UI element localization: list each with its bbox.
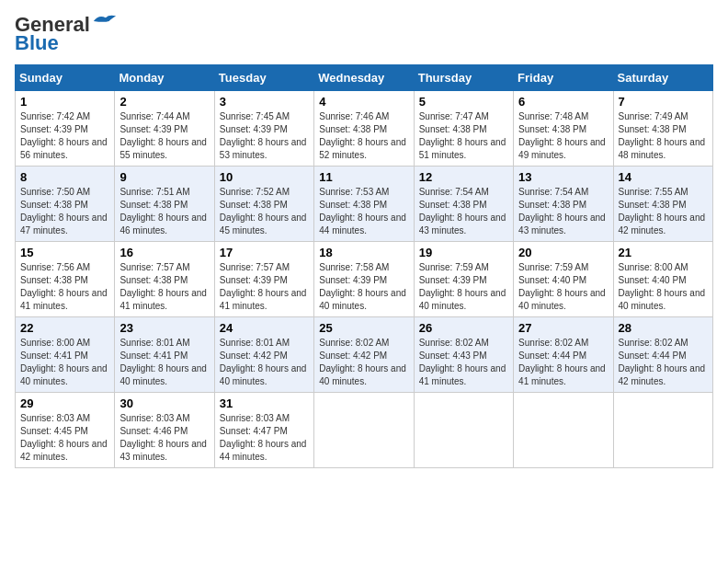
logo-text-blue: Blue xyxy=(15,31,59,55)
day-number: 18 xyxy=(319,246,408,259)
calendar-cell: 4 Sunrise: 7:46 AM Sunset: 4:38 PM Dayli… xyxy=(314,91,414,167)
day-number: 27 xyxy=(518,321,608,335)
calendar-cell: 13 Sunrise: 7:54 AM Sunset: 4:38 PM Dayl… xyxy=(514,167,613,242)
day-info: Sunrise: 7:42 AM Sunset: 4:39 PM Dayligh… xyxy=(20,110,109,162)
day-info: Sunrise: 7:47 AM Sunset: 4:38 PM Dayligh… xyxy=(419,110,508,162)
calendar-table: SundayMondayTuesdayWednesdayThursdayFrid… xyxy=(15,64,713,468)
day-info: Sunrise: 7:56 AM Sunset: 4:38 PM Dayligh… xyxy=(20,261,109,313)
calendar-body: 1 Sunrise: 7:42 AM Sunset: 4:39 PM Dayli… xyxy=(16,91,713,468)
calendar-cell: 30 Sunrise: 8:03 AM Sunset: 4:46 PM Dayl… xyxy=(115,393,214,468)
calendar-cell: 12 Sunrise: 7:54 AM Sunset: 4:38 PM Dayl… xyxy=(414,167,513,242)
day-number: 24 xyxy=(220,321,309,335)
calendar-cell: 7 Sunrise: 7:49 AM Sunset: 4:38 PM Dayli… xyxy=(613,91,712,167)
calendar-cell: 17 Sunrise: 7:57 AM Sunset: 4:39 PM Dayl… xyxy=(214,242,313,317)
day-number: 9 xyxy=(119,170,209,184)
day-number: 5 xyxy=(419,95,508,109)
day-info: Sunrise: 8:03 AM Sunset: 4:45 PM Dayligh… xyxy=(20,412,109,464)
calendar-cell: 20 Sunrise: 7:59 AM Sunset: 4:40 PM Dayl… xyxy=(514,242,613,317)
day-number: 26 xyxy=(419,321,508,335)
day-number: 8 xyxy=(20,170,109,184)
day-number: 3 xyxy=(220,95,309,109)
logo: General Blue xyxy=(15,15,118,55)
weekday-wednesday: Wednesday xyxy=(314,65,414,91)
calendar-cell: 26 Sunrise: 8:02 AM Sunset: 4:43 PM Dayl… xyxy=(414,317,513,393)
day-number: 13 xyxy=(518,170,608,184)
day-info: Sunrise: 8:00 AM Sunset: 4:41 PM Dayligh… xyxy=(20,337,109,388)
calendar-cell: 5 Sunrise: 7:47 AM Sunset: 4:38 PM Dayli… xyxy=(414,91,513,167)
day-info: Sunrise: 7:50 AM Sunset: 4:38 PM Dayligh… xyxy=(20,186,109,237)
calendar-cell: 28 Sunrise: 8:02 AM Sunset: 4:44 PM Dayl… xyxy=(613,317,712,393)
day-number: 19 xyxy=(419,246,508,259)
calendar-cell: 9 Sunrise: 7:51 AM Sunset: 4:38 PM Dayli… xyxy=(115,167,214,242)
day-number: 15 xyxy=(20,246,109,259)
calendar-week-1: 1 Sunrise: 7:42 AM Sunset: 4:39 PM Dayli… xyxy=(16,91,713,167)
day-number: 14 xyxy=(619,170,708,184)
calendar-cell: 11 Sunrise: 7:53 AM Sunset: 4:38 PM Dayl… xyxy=(314,167,414,242)
calendar-cell: 1 Sunrise: 7:42 AM Sunset: 4:39 PM Dayli… xyxy=(16,91,115,167)
calendar-cell: 19 Sunrise: 7:59 AM Sunset: 4:39 PM Dayl… xyxy=(414,242,513,317)
calendar-cell: 21 Sunrise: 8:00 AM Sunset: 4:40 PM Dayl… xyxy=(613,242,712,317)
calendar-cell: 8 Sunrise: 7:50 AM Sunset: 4:38 PM Dayli… xyxy=(16,167,115,242)
day-number: 10 xyxy=(220,170,309,184)
calendar-cell: 6 Sunrise: 7:48 AM Sunset: 4:38 PM Dayli… xyxy=(514,91,613,167)
day-info: Sunrise: 8:03 AM Sunset: 4:47 PM Dayligh… xyxy=(220,412,309,464)
day-info: Sunrise: 7:59 AM Sunset: 4:40 PM Dayligh… xyxy=(518,261,608,313)
day-number: 28 xyxy=(619,321,708,335)
calendar-cell xyxy=(314,393,414,468)
day-number: 12 xyxy=(419,170,508,184)
day-number: 2 xyxy=(119,95,209,109)
day-number: 21 xyxy=(619,246,708,259)
day-info: Sunrise: 8:02 AM Sunset: 4:44 PM Dayligh… xyxy=(518,337,608,388)
header: General Blue xyxy=(15,15,713,55)
day-info: Sunrise: 8:02 AM Sunset: 4:42 PM Dayligh… xyxy=(319,337,408,388)
day-info: Sunrise: 8:01 AM Sunset: 4:41 PM Dayligh… xyxy=(119,337,209,388)
day-info: Sunrise: 7:51 AM Sunset: 4:38 PM Dayligh… xyxy=(119,186,209,237)
day-info: Sunrise: 8:02 AM Sunset: 4:43 PM Dayligh… xyxy=(419,337,508,388)
calendar-cell: 27 Sunrise: 8:02 AM Sunset: 4:44 PM Dayl… xyxy=(514,317,613,393)
calendar-cell xyxy=(514,393,613,468)
day-number: 1 xyxy=(20,95,109,109)
day-info: Sunrise: 7:55 AM Sunset: 4:38 PM Dayligh… xyxy=(619,186,708,237)
logo-bird-icon xyxy=(92,12,118,29)
day-info: Sunrise: 7:52 AM Sunset: 4:38 PM Dayligh… xyxy=(220,186,309,237)
day-info: Sunrise: 7:54 AM Sunset: 4:38 PM Dayligh… xyxy=(419,186,508,237)
day-number: 20 xyxy=(518,246,608,259)
day-info: Sunrise: 8:01 AM Sunset: 4:42 PM Dayligh… xyxy=(220,337,309,388)
day-info: Sunrise: 7:46 AM Sunset: 4:38 PM Dayligh… xyxy=(319,110,408,162)
calendar-cell: 3 Sunrise: 7:45 AM Sunset: 4:39 PM Dayli… xyxy=(214,91,313,167)
calendar-cell: 31 Sunrise: 8:03 AM Sunset: 4:47 PM Dayl… xyxy=(214,393,313,468)
weekday-sunday: Sunday xyxy=(16,65,115,91)
weekday-tuesday: Tuesday xyxy=(214,65,313,91)
calendar-cell: 14 Sunrise: 7:55 AM Sunset: 4:38 PM Dayl… xyxy=(613,167,712,242)
day-info: Sunrise: 8:00 AM Sunset: 4:40 PM Dayligh… xyxy=(619,261,708,313)
weekday-saturday: Saturday xyxy=(613,65,712,91)
calendar-cell: 15 Sunrise: 7:56 AM Sunset: 4:38 PM Dayl… xyxy=(16,242,115,317)
day-number: 17 xyxy=(220,246,309,259)
day-number: 6 xyxy=(518,95,608,109)
calendar-cell: 22 Sunrise: 8:00 AM Sunset: 4:41 PM Dayl… xyxy=(16,317,115,393)
day-number: 23 xyxy=(119,321,209,335)
day-number: 29 xyxy=(20,396,109,410)
calendar-cell: 24 Sunrise: 8:01 AM Sunset: 4:42 PM Dayl… xyxy=(214,317,313,393)
day-number: 4 xyxy=(319,95,408,109)
calendar-cell: 16 Sunrise: 7:57 AM Sunset: 4:38 PM Dayl… xyxy=(115,242,214,317)
calendar-week-2: 8 Sunrise: 7:50 AM Sunset: 4:38 PM Dayli… xyxy=(16,167,713,242)
calendar-cell: 25 Sunrise: 8:02 AM Sunset: 4:42 PM Dayl… xyxy=(314,317,414,393)
calendar-cell: 18 Sunrise: 7:58 AM Sunset: 4:39 PM Dayl… xyxy=(314,242,414,317)
day-number: 25 xyxy=(319,321,408,335)
weekday-friday: Friday xyxy=(514,65,613,91)
day-info: Sunrise: 8:03 AM Sunset: 4:46 PM Dayligh… xyxy=(119,412,209,464)
day-info: Sunrise: 7:53 AM Sunset: 4:38 PM Dayligh… xyxy=(319,186,408,237)
day-info: Sunrise: 7:57 AM Sunset: 4:38 PM Dayligh… xyxy=(119,261,209,313)
calendar-cell xyxy=(613,393,712,468)
day-number: 11 xyxy=(319,170,408,184)
calendar-week-3: 15 Sunrise: 7:56 AM Sunset: 4:38 PM Dayl… xyxy=(16,242,713,317)
day-info: Sunrise: 7:58 AM Sunset: 4:39 PM Dayligh… xyxy=(319,261,408,313)
day-number: 7 xyxy=(619,95,708,109)
calendar-cell: 29 Sunrise: 8:03 AM Sunset: 4:45 PM Dayl… xyxy=(16,393,115,468)
day-number: 22 xyxy=(20,321,109,335)
day-info: Sunrise: 7:49 AM Sunset: 4:38 PM Dayligh… xyxy=(619,110,708,162)
day-info: Sunrise: 7:54 AM Sunset: 4:38 PM Dayligh… xyxy=(518,186,608,237)
day-info: Sunrise: 7:44 AM Sunset: 4:39 PM Dayligh… xyxy=(119,110,209,162)
calendar-cell xyxy=(414,393,513,468)
